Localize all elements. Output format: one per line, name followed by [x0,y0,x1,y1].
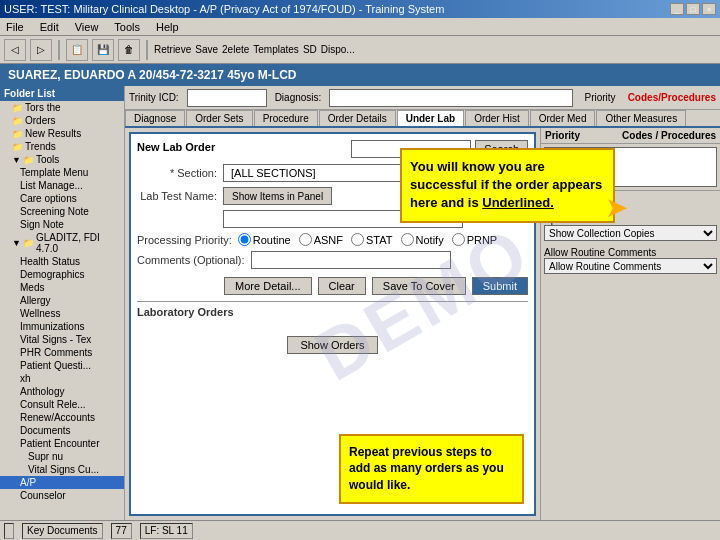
minimize-button[interactable]: _ [670,3,684,15]
sidebar-label: Meds [20,282,44,293]
sidebar-item-new-results[interactable]: 📁 New Results [0,127,124,140]
sidebar-label: Wellness [20,308,60,319]
tab-order-med[interactable]: Order Med [530,110,596,126]
notify-radio-label[interactable]: Notify [401,233,444,246]
sidebar-item-care-options[interactable]: Care options [0,192,124,205]
clear-button[interactable]: Clear [318,277,366,295]
sidebar-item-renew-accts[interactable]: Renew/Accounts [0,411,124,424]
window-title: USER: TEST: Military Clinical Desktop - … [4,3,444,15]
sidebar-item-wellness[interactable]: Wellness [0,307,124,320]
asnf-radio-label[interactable]: ASNF [299,233,343,246]
status-item-key-documents: Key Documents [22,523,103,539]
content-area: DEMO Trinity ICD: Diagnosis: Priority Co… [125,86,720,520]
sidebar-item-phr[interactable]: PHR Comments [0,346,124,359]
maximize-button[interactable]: □ [686,3,700,15]
toolbar-label-templates: Templates [253,44,299,55]
sidebar-item-allergy[interactable]: Allergy [0,294,124,307]
sidebar-item-demographics[interactable]: Demographics [0,268,124,281]
section-select[interactable]: [ALL SECTIONS] [223,164,423,182]
sidebar-label: Tors the [25,102,61,113]
back-button[interactable]: ◁ [4,39,26,61]
sidebar-item-consult-rele[interactable]: Consult Rele... [0,398,124,411]
codes-procedures-header: Codes / Procedures [622,130,716,141]
sidebar-label: Screening Note [20,206,89,217]
trinity-label: Trinity ICD: [129,92,179,103]
sidebar-item-health-status[interactable]: Health Status [0,255,124,268]
sidebar-item-triage[interactable]: 📁 Tors the [0,101,124,114]
menu-file[interactable]: File [4,21,26,33]
menu-help[interactable]: Help [154,21,181,33]
stat-radio-label[interactable]: STAT [351,233,392,246]
stat-radio[interactable] [351,233,364,246]
status-lf-text: LF: SL 11 [145,525,188,536]
comments-row: Comments (Optional): [137,251,528,269]
tab-order-hist[interactable]: Order Hist [465,110,529,126]
tab-order-details[interactable]: Order Details [319,110,396,126]
sidebar-item-documents[interactable]: Documents [0,424,124,437]
routine-comments-select[interactable]: Allow Routine Comments [544,258,717,274]
asnf-radio[interactable] [299,233,312,246]
status-item-1 [4,523,14,539]
sidebar-label: Trends [25,141,56,152]
sidebar-item-list-manage[interactable]: List Manage... [0,179,124,192]
retrieve-button[interactable]: 📋 [66,39,88,61]
window-controls[interactable]: _ □ × [670,3,716,15]
sidebar-item-anthology[interactable]: Anthology [0,385,124,398]
submit-button[interactable]: Submit [472,277,528,295]
icd-input[interactable] [187,89,267,107]
repeat-steps-tooltip: Repeat previous steps to add as many ord… [339,434,524,504]
sidebar-item-vital-signs-cu[interactable]: Vital Signs Cu... [0,463,124,476]
sidebar-item-patient-questi[interactable]: Patient Questi... [0,359,124,372]
status-item-lf: LF: SL 11 [140,523,193,539]
patient-info: SUAREZ, EDUARDO A 20/454-72-3217 45yo M-… [8,68,297,82]
tab-procedure[interactable]: Procedure [254,110,318,126]
save-cover-button[interactable]: Save To Cover [372,277,466,295]
sidebar-item-counselor[interactable]: Counselor [0,489,124,502]
sidebar-item-gladitz[interactable]: ▼ 📁 GLADITZ, FDI 4.7.0 [0,231,124,255]
tab-diagnose[interactable]: Diagnose [125,110,185,126]
sidebar-item-xh[interactable]: xh [0,372,124,385]
sidebar-item-template-menu[interactable]: Template Menu [0,166,124,179]
prnp-radio[interactable] [452,233,465,246]
prnp-radio-label[interactable]: PRNP [452,233,498,246]
routine-radio-label[interactable]: Routine [238,233,291,246]
menu-tools[interactable]: Tools [112,21,142,33]
sidebar-label: Tools [36,154,59,165]
tab-order-sets[interactable]: Order Sets [186,110,252,126]
routine-label: Routine [253,234,291,246]
notify-radio[interactable] [401,233,414,246]
status-item-number: 77 [111,523,132,539]
save-button[interactable]: 💾 [92,39,114,61]
tab-other-measures[interactable]: Other Measures [596,110,686,126]
show-items-button[interactable]: Show Items in Panel [223,187,332,205]
sidebar-item-patient-encounter[interactable]: Patient Encounter [0,437,124,450]
show-orders-button[interactable]: Show Orders [287,336,377,354]
sidebar-item-ap[interactable]: A/P [0,476,124,489]
close-button[interactable]: × [702,3,716,15]
forward-button[interactable]: ▷ [30,39,52,61]
sidebar-item-screening[interactable]: Screening Note [0,205,124,218]
prnp-label: PRNP [467,234,498,246]
delete-button[interactable]: 🗑 [118,39,140,61]
menu-view[interactable]: View [73,21,101,33]
sidebar-label: PHR Comments [20,347,92,358]
diagnosis-input[interactable] [329,89,572,107]
sidebar-item-sign-note[interactable]: Sign Note [0,218,124,231]
sidebar-item-orders[interactable]: 📁 Orders [0,114,124,127]
sidebar-item-supr-nu[interactable]: Supr nu [0,450,124,463]
sidebar-item-trends[interactable]: 📁 Trends [0,140,124,153]
comments-input[interactable] [251,251,451,269]
sidebar: Folder List 📁 Tors the 📁 Orders 📁 New Re… [0,86,125,520]
more-detail-button[interactable]: More Detail... [224,277,311,295]
sidebar-label: Orders [25,115,56,126]
sidebar-item-vital-signs[interactable]: Vital Signs - Tex [0,333,124,346]
sidebar-item-tools[interactable]: ▼ 📁 Tools [0,153,124,166]
lab-orders-section: Laboratory Orders [137,301,528,318]
specimen-select[interactable]: Show Collection Copies [544,225,717,241]
routine-radio[interactable] [238,233,251,246]
processing-row: Processing Priority: Routine ASNF STA [137,233,528,246]
sidebar-item-immunizations[interactable]: Immunizations [0,320,124,333]
menu-edit[interactable]: Edit [38,21,61,33]
tab-under-lab[interactable]: Under Lab [397,110,464,128]
sidebar-item-meds[interactable]: Meds [0,281,124,294]
